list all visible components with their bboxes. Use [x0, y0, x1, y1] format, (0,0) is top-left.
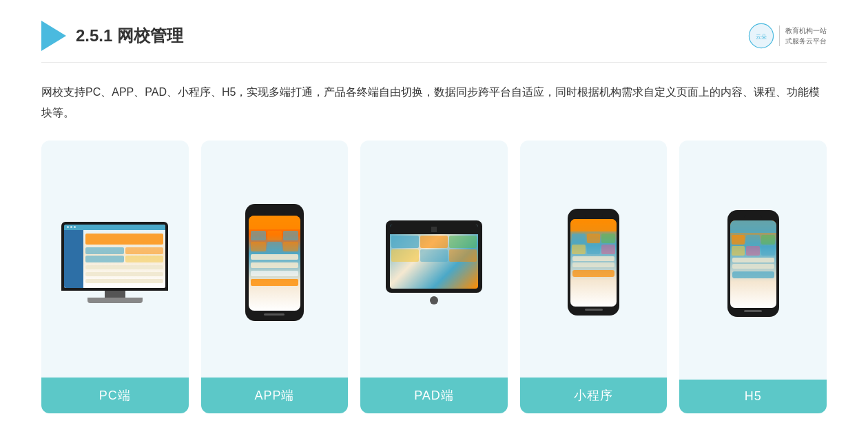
pad-grid — [391, 236, 477, 262]
h5-image-area — [679, 141, 827, 380]
h5-cell — [761, 246, 775, 256]
app-grid-item — [251, 231, 266, 240]
brand-tagline1: 教育机构一站 — [785, 25, 827, 36]
h5-phone-outer — [727, 210, 779, 317]
pc-screen-outer — [61, 222, 168, 291]
mini-banner — [570, 219, 617, 231]
app-home-bar — [264, 313, 285, 316]
brand-cloud-icon: 云朵 — [747, 22, 775, 50]
h5-screen — [730, 220, 776, 308]
mini-cell — [587, 245, 601, 254]
pc-image-area — [41, 141, 189, 378]
pc-screen-inner — [64, 225, 165, 288]
pad-cell — [420, 236, 448, 248]
brand-area: 云朵 教育机构一站 式服务云平台 — [747, 22, 827, 50]
h5-banner — [730, 220, 776, 233]
pc-bar — [64, 225, 165, 230]
pad-top-bar — [390, 225, 478, 234]
mini-cell — [601, 234, 615, 243]
h5-cell — [746, 235, 760, 245]
mini-notch — [585, 214, 603, 217]
card-app: APP端 — [201, 141, 349, 413]
app-grid-item — [267, 231, 282, 240]
card-pc: PC端 — [41, 141, 189, 413]
app-grid-item — [267, 242, 282, 251]
pc-item — [125, 247, 164, 254]
app-image-area — [201, 141, 349, 378]
description-text: 网校支持PC、APP、PAD、小程序、H5，实现多端打通，产品各终端自由切换，数… — [41, 82, 827, 124]
pc-neck — [105, 291, 125, 298]
app-phone-outer — [245, 204, 304, 321]
pad-home-btn — [430, 296, 438, 304]
mini-row — [572, 262, 614, 267]
h5-cell — [732, 246, 745, 256]
header-left: 2.5.1 网校管理 — [41, 21, 183, 51]
h5-cell — [761, 235, 775, 245]
pad-cell — [449, 249, 477, 262]
h5-home-bar — [744, 310, 762, 312]
app-phone-mockup — [245, 204, 304, 321]
pc-base — [87, 298, 143, 303]
mini-cell — [572, 245, 586, 254]
pc-row — [85, 279, 163, 283]
brand-tagline2: 式服务云平台 — [785, 36, 827, 46]
h5-row — [732, 264, 774, 269]
pad-cell — [420, 249, 448, 262]
app-grid — [251, 231, 298, 251]
app-grid-item — [283, 242, 298, 251]
device-cards-container: PC端 — [41, 141, 827, 413]
mini-screen — [570, 219, 617, 307]
pc-mockup — [61, 222, 168, 303]
app-grid-item — [283, 231, 298, 240]
h5-phone-mockup — [727, 210, 779, 317]
pc-main — [83, 230, 165, 288]
svg-text:云朵: 云朵 — [756, 34, 767, 40]
logo-triangle-icon — [41, 21, 66, 51]
card-h5: H5 — [679, 141, 827, 413]
h5-row — [732, 258, 774, 262]
app-row — [251, 271, 298, 276]
page-title: 2.5.1 网校管理 — [76, 25, 183, 47]
mini-home-bar — [585, 309, 603, 311]
app-phone-notch — [264, 209, 285, 214]
card-miniprogram: 小程序 — [520, 141, 668, 413]
mini-phone-outer — [568, 209, 619, 316]
h5-cell — [746, 246, 760, 256]
pad-image-area — [360, 141, 508, 378]
mini-cell — [572, 234, 586, 243]
mini-cell — [601, 245, 615, 254]
pad-cell — [449, 236, 477, 248]
pad-outer — [386, 220, 482, 293]
pc-row — [85, 272, 163, 276]
pc-item — [125, 256, 164, 262]
app-banner — [249, 216, 300, 229]
h5-label: H5 — [679, 380, 827, 413]
pc-dot — [67, 226, 69, 228]
app-row — [251, 262, 298, 268]
card-pad: PAD端 — [360, 141, 508, 413]
pc-row — [85, 265, 163, 269]
pad-cell — [391, 249, 419, 262]
app-cta — [251, 279, 298, 286]
app-phone-screen — [249, 216, 300, 311]
pc-dot — [70, 226, 72, 228]
app-grid-item — [251, 242, 266, 251]
mini-image-area — [520, 141, 668, 378]
h5-grid — [732, 235, 775, 256]
pc-banner — [85, 234, 163, 245]
h5-cta — [732, 271, 774, 278]
pad-screen — [390, 225, 478, 289]
pad-label: PAD端 — [360, 378, 508, 413]
brand-logo: 云朵 教育机构一站 式服务云平台 — [747, 22, 827, 50]
page-wrapper: 2.5.1 网校管理 云朵 教育机构一站 式服务云平台 网校支持PC、APP、P… — [0, 0, 868, 434]
pc-sidebar — [64, 230, 83, 288]
brand-text: 教育机构一站 式服务云平台 — [779, 25, 827, 46]
h5-cell — [732, 235, 745, 245]
h5-notch — [744, 215, 762, 218]
mini-cell — [587, 234, 601, 243]
app-label: APP端 — [201, 378, 349, 413]
mini-label: 小程序 — [520, 378, 668, 413]
pad-cam — [431, 227, 437, 232]
pad-mockup — [386, 220, 482, 304]
app-row — [251, 254, 298, 260]
